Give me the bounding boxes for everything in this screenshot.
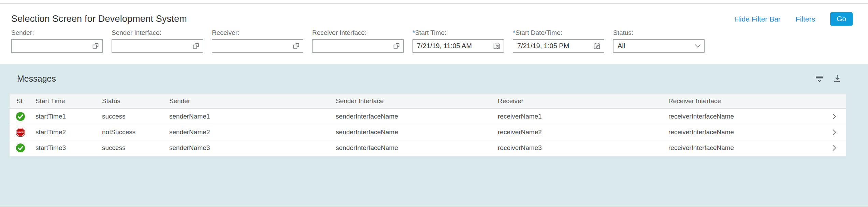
- column-header-receiver: Receiver: [491, 97, 662, 105]
- receiver-input[interactable]: [216, 42, 290, 50]
- sender-interface-input[interactable]: [116, 42, 190, 50]
- column-header-st: St: [10, 97, 29, 105]
- datetime-picker-icon[interactable]: [593, 42, 601, 50]
- column-header-start-time: Start Time: [29, 97, 95, 105]
- cell-status: success: [95, 113, 162, 120]
- cell-status: notSuccess: [95, 128, 162, 136]
- receiver-interface-input[interactable]: [317, 42, 391, 50]
- error-stop-icon: STOP: [16, 127, 25, 137]
- filter-field-start-time: *Start Time:: [413, 29, 504, 53]
- cell-receiver-interface: receiverInterfaceName: [662, 128, 822, 136]
- cell-status: success: [95, 144, 162, 152]
- field-label: Sender Interface:: [112, 29, 161, 36]
- cell-receiver-interface: receiverInterfaceName: [662, 144, 822, 152]
- cell-start-time: startTime1: [29, 113, 95, 120]
- filter-field-sender: Sender:: [11, 29, 103, 53]
- success-icon: [16, 112, 25, 121]
- status-select[interactable]: All: [613, 39, 705, 53]
- table-header-row: St Start Time Status Sender Sender Inter…: [10, 93, 846, 109]
- top-divider: [0, 0, 868, 4]
- messages-section: Messages St Start Time Status Sender Sen…: [0, 64, 868, 207]
- cell-sender: senderName1: [162, 113, 329, 120]
- status-select-value: All: [618, 42, 692, 50]
- filters-link[interactable]: Filters: [796, 15, 815, 23]
- svg-text:STOP: STOP: [17, 131, 24, 134]
- cell-receiver-interface: receiverInterfaceName: [662, 113, 822, 120]
- table-row[interactable]: startTime1 success senderName1 senderInt…: [10, 109, 846, 124]
- cell-sender-interface: senderInterfaceName: [329, 128, 491, 136]
- field-label: Receiver Interface:: [312, 29, 366, 36]
- success-icon: [16, 143, 25, 153]
- cell-receiver: receiverName3: [491, 144, 662, 152]
- messages-toolbar: Messages: [10, 64, 846, 93]
- value-help-icon[interactable]: [193, 43, 199, 49]
- cell-sender-interface: senderInterfaceName: [329, 113, 491, 120]
- row-navigation-chevron-icon[interactable]: [822, 113, 846, 120]
- messages-table: St Start Time Status Sender Sender Inter…: [10, 93, 846, 156]
- row-navigation-chevron-icon[interactable]: [822, 129, 846, 136]
- column-header-status: Status: [95, 97, 162, 105]
- filter-field-receiver: Receiver:: [212, 29, 303, 53]
- datetime-picker-icon[interactable]: [493, 42, 500, 50]
- cell-start-time: startTime2: [29, 128, 95, 136]
- go-button[interactable]: Go: [830, 12, 853, 26]
- row-navigation-chevron-icon[interactable]: [822, 144, 846, 151]
- field-label: Status:: [613, 29, 633, 36]
- start-date-time-input[interactable]: [517, 42, 591, 50]
- cell-sender: senderName2: [162, 128, 329, 136]
- field-label: Receiver:: [212, 29, 239, 36]
- column-header-sender: Sender: [162, 97, 329, 105]
- filter-field-receiver-interface: Receiver Interface:: [312, 29, 404, 53]
- table-row[interactable]: STOP startTime2 notSuccess senderName2 s…: [10, 124, 846, 140]
- cell-start-time: startTime3: [29, 144, 95, 152]
- filter-field-sender-interface: Sender Interface:: [112, 29, 203, 53]
- field-label: Start Date/Time:: [515, 29, 562, 36]
- filter-bar: Selection Screen for Development System …: [0, 4, 868, 64]
- hide-filter-bar-link[interactable]: Hide Filter Bar: [735, 15, 781, 23]
- cell-receiver: receiverName1: [491, 113, 662, 120]
- filter-field-status: Status: All: [613, 29, 705, 53]
- value-help-icon[interactable]: [92, 43, 99, 49]
- page-title: Selection Screen for Development System: [11, 14, 187, 24]
- chevron-down-icon: [695, 44, 701, 48]
- field-label: Start Time:: [415, 29, 446, 36]
- sender-input[interactable]: [16, 42, 90, 50]
- cell-sender: senderName3: [162, 144, 329, 152]
- cell-sender-interface: senderInterfaceName: [329, 144, 491, 152]
- field-label: Sender:: [11, 29, 34, 36]
- start-time-input[interactable]: [417, 42, 490, 50]
- filter-field-start-date-time: *Start Date/Time:: [513, 29, 604, 53]
- cell-receiver: receiverName2: [491, 128, 662, 136]
- column-header-sender-interface: Sender Interface: [329, 97, 491, 105]
- download-icon[interactable]: [833, 74, 841, 83]
- messages-title: Messages: [17, 74, 56, 84]
- filter-icon[interactable]: [815, 74, 824, 83]
- column-header-receiver-interface: Receiver Interface: [662, 97, 822, 105]
- value-help-icon[interactable]: [393, 43, 400, 49]
- table-row[interactable]: startTime3 success senderName3 senderInt…: [10, 140, 846, 156]
- value-help-icon[interactable]: [293, 43, 300, 49]
